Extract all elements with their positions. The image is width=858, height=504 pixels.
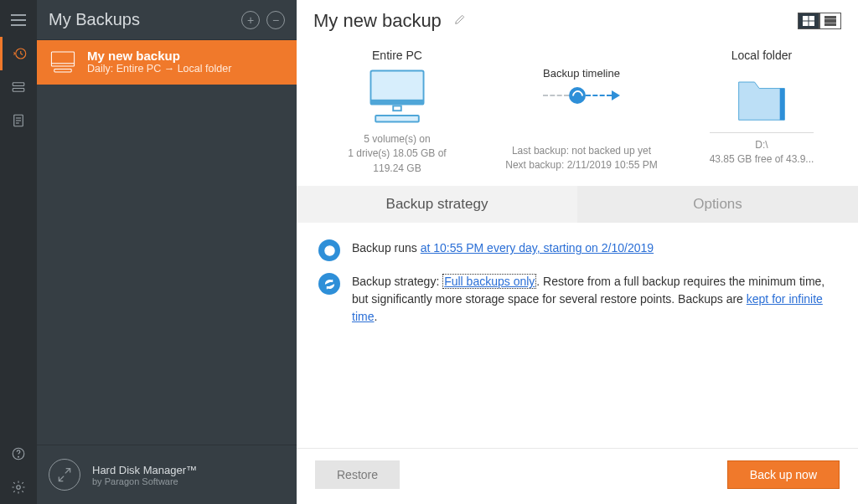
nav-help[interactable] [0,437,37,471]
nav-settings[interactable] [0,471,37,504]
svg-rect-17 [824,16,836,18]
svg-rect-13 [803,16,808,20]
restore-button[interactable]: Restore [315,460,400,489]
page-title: My new backup [313,10,442,32]
strategy-text: Backup strategy: Full backups only. Rest… [352,273,836,326]
timeline-meta: Last backup: not backed up yet Next back… [505,144,657,173]
svg-rect-16 [809,22,814,26]
product-name: Hard Disk Manager™ [92,464,197,476]
tab-options[interactable]: Options [577,186,858,223]
list-icon [824,16,836,26]
svg-rect-12 [54,69,71,71]
strategy-icon [318,273,340,295]
footer: Restore Back up now [297,448,858,504]
menu-button[interactable] [0,3,37,37]
svg-rect-24 [780,89,785,121]
help-icon [11,446,26,461]
tabs: Backup strategy Options [297,186,858,223]
side-title: My Backups [49,10,235,29]
product-vendor: by Paragon Software [92,476,197,486]
monitor-icon [361,67,433,129]
svg-point-8 [18,456,19,457]
arrow-right-icon [612,90,620,100]
svg-rect-18 [824,20,836,23]
side-footer: Hard Disk Manager™ by Paragon Software [37,445,297,504]
edit-title-button[interactable] [453,13,467,29]
svg-rect-14 [809,16,814,20]
remove-backup-button[interactable]: − [266,11,285,29]
svg-rect-22 [393,105,401,111]
target-meta: D:\ 43.85 GB free of 43.9... [710,132,814,167]
overview-row: Entire PC 5 volume(s) on 1 drive(s) 18.0… [297,33,858,183]
history-icon [13,46,28,61]
document-icon [11,113,26,128]
view-toggle [798,13,841,29]
source-meta: 5 volume(s) on 1 drive(s) 18.05 GB of 11… [348,132,446,176]
grid-icon [803,16,814,26]
nav-disks[interactable] [0,70,37,104]
icon-rail [0,0,37,504]
svg-point-9 [17,486,21,490]
schedule-link[interactable]: at 10:55 PM every day, starting on 2/10/… [421,241,654,255]
timeline-label: Backup timeline [543,67,620,80]
svg-rect-10 [51,52,74,66]
view-cards-button[interactable] [798,13,819,29]
schedule-text: Backup runs at 10:55 PM every day, start… [352,239,654,257]
clock-icon [569,87,586,104]
backup-item-title: My new backup [87,49,231,63]
svg-rect-19 [824,23,836,26]
svg-rect-15 [803,22,808,26]
gear-icon [11,480,26,495]
backup-list-item[interactable]: My new backup Daily: Entire PC → Local f… [37,40,297,85]
svg-rect-23 [375,116,419,122]
svg-rect-1 [13,83,24,86]
svg-rect-21 [370,100,423,105]
pencil-icon [453,13,467,26]
source-label: Entire PC [372,49,422,62]
strategy-body: Backup runs at 10:55 PM every day, start… [297,223,858,448]
main-panel: My new backup Entire PC [297,0,858,504]
target-label: Local folder [731,49,792,62]
folder-icon [734,67,789,129]
pc-icon [49,50,77,74]
nav-backups[interactable] [0,37,37,70]
source-column[interactable]: Entire PC 5 volume(s) on 1 drive(s) 18.0… [322,49,473,176]
tab-strategy[interactable]: Backup strategy [297,186,577,223]
hamburger-icon [11,14,26,26]
disks-icon [11,80,26,95]
svg-rect-2 [13,89,24,92]
nav-log[interactable] [0,104,37,137]
svg-rect-20 [370,70,423,104]
backup-item-subtitle: Daily: Entire PC → Local folder [87,63,231,75]
side-panel: My Backups + − My new backup Daily: Enti… [37,0,297,504]
product-logo [49,459,80,491]
timeline[interactable]: Backup timeline [543,49,620,141]
view-list-button[interactable] [819,13,841,29]
schedule-icon [318,239,340,261]
backup-now-button[interactable]: Back up now [727,460,840,489]
add-backup-button[interactable]: + [241,11,260,29]
strategy-type-link[interactable]: Full backups only [442,274,536,289]
target-column[interactable]: Local folder D:\ 43.85 GB free of 43.9..… [690,49,833,176]
